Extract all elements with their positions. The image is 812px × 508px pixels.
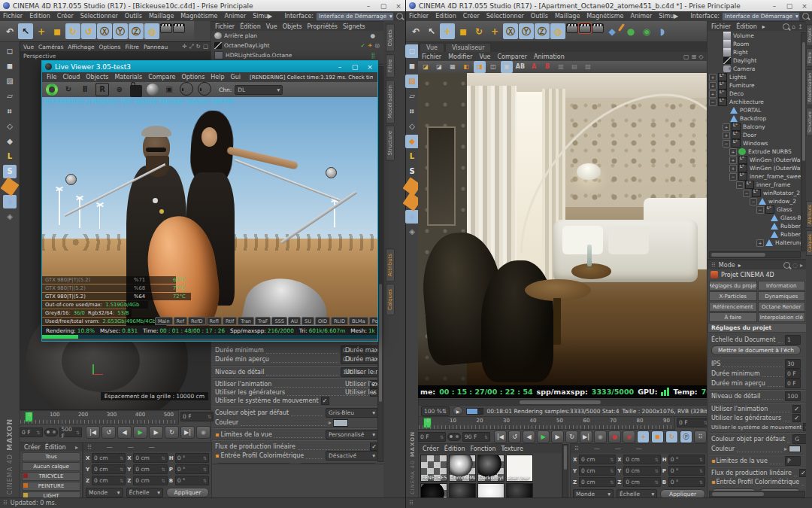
texture-mode-icon[interactable]: ▨: [405, 75, 419, 88]
menu-item[interactable]: Propriétés: [308, 23, 338, 30]
default-color-dropdown[interactable]: Gris-Bleu▾: [326, 408, 378, 418]
menu-item[interactable]: Fonction: [471, 446, 496, 452]
coordinate-field[interactable]: 0 cm⇅: [623, 455, 660, 464]
coord-system-dropdown[interactable]: Monde▾: [86, 488, 123, 497]
menu-item[interactable]: Cloud: [62, 74, 80, 81]
save-as-icon[interactable]: ◪: [433, 61, 445, 73]
tree-item[interactable]: + WinGen (OuterWall)_copy: [707, 164, 807, 172]
swap-b-icon[interactable]: B: [541, 61, 553, 73]
tree-item[interactable]: + Lights: [707, 73, 807, 81]
lock-z-icon[interactable]: Ⓩ: [129, 23, 144, 39]
goto-end-button[interactable]: ▶|: [180, 426, 195, 439]
view-zoom-icon[interactable]: ⤢: [189, 43, 194, 50]
pin-icon[interactable]: ⊞: [691, 53, 696, 60]
environment-icon[interactable]: ◗: [655, 23, 670, 39]
next-frame-button[interactable]: ▶: [149, 426, 163, 439]
points-mode-icon[interactable]: ⠶: [405, 105, 419, 118]
material-thumbnail[interactable]: FENETRES: [420, 455, 447, 482]
side-tab[interactable]: Attributs: [806, 201, 812, 228]
view-limits-dropdown[interactable]: P: [785, 456, 801, 466]
render-view-icon[interactable]: [160, 23, 172, 33]
search-icon[interactable]: [783, 262, 790, 269]
tree-item[interactable]: − Glass: [707, 205, 807, 214]
input-profile-dropdown[interactable]: Désactivé▾: [326, 451, 378, 461]
make-editable-icon[interactable]: ◻: [3, 44, 17, 58]
menu-item[interactable]: Édition: [435, 13, 456, 20]
lock-icon[interactable]: ◌: [792, 262, 798, 269]
menu-item[interactable]: Comparer: [497, 53, 527, 60]
goto-start-button[interactable]: |◀: [86, 426, 100, 439]
color-swatch[interactable]: [333, 419, 348, 427]
coordinate-field[interactable]: 0 cm⇅: [133, 476, 167, 485]
coordinate-field[interactable]: 0 cm⇅: [133, 453, 167, 463]
last-tool-icon[interactable]: ↺: [81, 23, 96, 39]
tree-item[interactable]: Backdrop: [707, 114, 807, 123]
mesh-icon[interactable]: ◈: [3, 210, 17, 224]
coordinate-field[interactable]: 0 cm⇅: [623, 466, 660, 476]
attribute-hscrollbar[interactable]: [709, 491, 805, 497]
tree-item[interactable]: + Extrude NURBS: [707, 148, 807, 156]
render-pass-tab[interactable]: RLID: [331, 317, 348, 325]
scale-icon[interactable]: ◼: [456, 23, 471, 39]
maximize-button[interactable]: ▢: [347, 61, 362, 72]
keyframe-parameter-icon[interactable]: Ⓟ: [680, 430, 692, 443]
duration-min-field[interactable]: 0 F: [785, 369, 801, 379]
compare-a-icon[interactable]: ◧: [460, 61, 472, 73]
expand-toggle[interactable]: −: [736, 181, 744, 189]
menu-item[interactable]: Maillage: [149, 13, 174, 20]
coordinate-field[interactable]: 0 °⇅: [175, 464, 209, 474]
deformer-icon[interactable]: ◈: [405, 210, 419, 224]
interface-dropdown[interactable]: Interface de Démarrage▾: [316, 12, 394, 21]
menu-item[interactable]: Édition: [45, 444, 66, 451]
menu-item[interactable]: Animer: [224, 13, 246, 20]
home-icon[interactable]: ⌂: [792, 23, 795, 30]
menu-item[interactable]: Texture: [501, 446, 523, 452]
search-icon[interactable]: [396, 13, 403, 20]
side-tab[interactable]: Objets: [806, 24, 812, 46]
record-button[interactable]: ◉: [594, 430, 607, 443]
viewport-menu-item[interactable]: Caméras: [38, 44, 63, 50]
rotate-icon[interactable]: ↻: [65, 23, 80, 39]
tree-item[interactable]: Rubber_1: [707, 222, 807, 230]
menu-item[interactable]: Fichier: [711, 23, 731, 30]
apply-button[interactable]: Appliquer: [166, 488, 209, 497]
close-button[interactable]: ×: [797, 0, 812, 11]
pause-render-icon[interactable]: Ⅱ: [79, 84, 91, 96]
loop-button[interactable]: ↻: [165, 426, 179, 439]
menu-item[interactable]: Modifier: [448, 53, 472, 60]
material-thumbnail[interactable]: DarkGreyIn: [477, 455, 504, 482]
expand-toggle[interactable]: [716, 50, 722, 56]
coordinate-field[interactable]: 0 °⇅: [668, 455, 705, 464]
menu-item[interactable]: Magnétisme: [180, 13, 217, 20]
deformer-green-icon[interactable]: ◉: [639, 23, 654, 39]
render-pass-tab[interactable]: Post: [369, 317, 377, 325]
expand-toggle[interactable]: +: [709, 74, 717, 81]
attribute-tab[interactable]: Dynamiques: [758, 291, 806, 301]
menu-item[interactable]: Maillage: [555, 13, 580, 20]
side-tab[interactable]: Structure: [386, 126, 395, 161]
side-tab[interactable]: Structure: [806, 108, 812, 136]
keyframe-pla-icon[interactable]: ⠿: [694, 430, 707, 443]
expand-toggle[interactable]: +: [709, 82, 717, 90]
environment-sphere-icon[interactable]: [147, 84, 159, 96]
view-limits-dropdown[interactable]: Personnalisé▾: [326, 430, 378, 440]
object-state-icon[interactable]: ●: [370, 32, 375, 39]
split-view-icon[interactable]: ◫: [487, 61, 499, 73]
menu-item[interactable]: Sélectionner: [80, 13, 118, 20]
end-frame-field[interactable]: 90 F⇅: [462, 432, 490, 442]
dock-icon[interactable]: ▢: [683, 53, 689, 60]
expand-toggle[interactable]: [723, 116, 729, 122]
cursor-icon[interactable]: ↖: [18, 23, 33, 39]
menu-item[interactable]: Simuler: [659, 13, 674, 20]
detail-level-field[interactable]: 100: [785, 391, 801, 401]
expand-toggle[interactable]: [763, 215, 769, 221]
menu-item[interactable]: Vue: [480, 53, 491, 60]
coordinate-field[interactable]: 0 cm⇅: [579, 455, 616, 464]
render-pass-tab[interactable]: SU: [301, 317, 314, 325]
range-toggle[interactable]: [44, 428, 58, 437]
polygons-mode-icon[interactable]: ◆: [405, 135, 419, 148]
viewport-menu-item[interactable]: Vue: [23, 44, 34, 50]
expand-toggle[interactable]: [763, 232, 769, 238]
expand-toggle[interactable]: [716, 33, 722, 39]
side-tab[interactable]: Filtre: [806, 48, 812, 67]
